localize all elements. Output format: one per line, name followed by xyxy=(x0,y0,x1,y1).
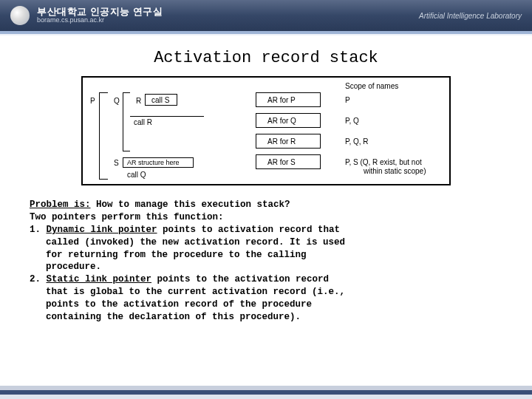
body-text: Problem is: How to manage this execution… xyxy=(0,185,532,324)
slide-title: Activation record stack xyxy=(0,49,532,67)
label-s: S xyxy=(114,159,119,167)
line-call-r xyxy=(130,116,204,117)
line-7: 2. Static link pointer points to the act… xyxy=(30,273,502,286)
scope-p: P xyxy=(345,96,350,104)
scope-pq: P, Q xyxy=(345,117,359,125)
banner-right-text: Artificial Intelligence Laboratory xyxy=(419,12,522,20)
university-seal-icon xyxy=(10,6,30,25)
ar-label-s: AR for S xyxy=(267,158,296,166)
label-r: R xyxy=(136,97,141,105)
ar-label-q: AR for Q xyxy=(267,117,296,125)
text-call-r: call R xyxy=(134,118,152,126)
text-ar-struct: AR structure here xyxy=(127,159,180,166)
bracket-q xyxy=(123,92,130,151)
scope-ps: P, S (Q, R exist, but not xyxy=(345,158,422,166)
ar-label-r: AR for R xyxy=(267,137,296,146)
activation-record-diagram: Scope of names P Q R call S call R S AR … xyxy=(81,76,451,185)
scope-header: Scope of names xyxy=(345,82,398,90)
line-6: procedure. xyxy=(30,261,502,273)
banner-title: 부산대학교 인공지능 연구실 xyxy=(37,7,163,17)
line-3: 1. Dynamic link pointer points to activa… xyxy=(30,224,502,236)
header-banner: 부산대학교 인공지능 연구실 borame.cs.pusan.ac.kr Art… xyxy=(0,0,532,31)
line-9: points to the activation record of the p… xyxy=(30,299,502,311)
text-call-s: call S xyxy=(151,96,169,104)
line-5: for returning from the procedure to the … xyxy=(30,249,502,262)
ar-label-p: AR for P xyxy=(267,96,296,104)
line-1: Problem is: How to manage this execution… xyxy=(30,199,502,211)
label-p: P xyxy=(90,97,95,105)
line-10: containing the declaration of this proce… xyxy=(30,311,502,324)
scope-ps-b: within static scope) xyxy=(364,167,426,175)
text-call-q: call Q xyxy=(127,171,146,179)
line-4: called (invoked) the new activation reco… xyxy=(30,236,502,249)
scope-pqr: P, Q, R xyxy=(345,137,369,146)
footer-stripe-3 xyxy=(0,395,532,399)
line-8: that is global to the current activation… xyxy=(30,286,502,299)
line-2: Two pointers perform this function: xyxy=(30,211,502,224)
label-q: Q xyxy=(114,97,120,105)
bracket-p xyxy=(99,92,108,180)
banner-stripe-light xyxy=(0,34,532,35)
footer-stripes xyxy=(0,386,532,399)
banner-text-block: 부산대학교 인공지능 연구실 borame.cs.pusan.ac.kr xyxy=(37,7,163,24)
banner-subtitle: borame.cs.pusan.ac.kr xyxy=(37,17,163,24)
